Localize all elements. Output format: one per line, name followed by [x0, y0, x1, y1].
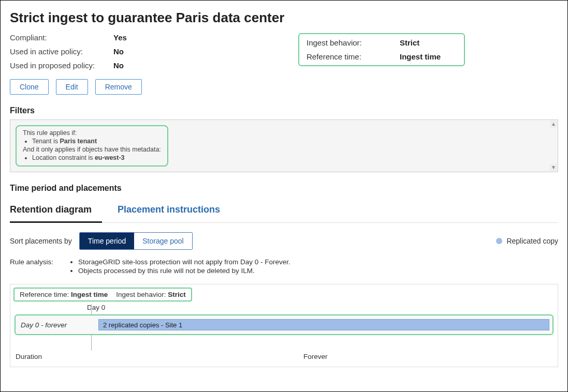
filters-box: ▲ ▼ This rule applies if: Tenant is Pari…: [10, 119, 558, 172]
meta-left-grid: Compliant: Yes Used in active policy: No…: [10, 33, 176, 70]
tab-placement-instructions[interactable]: Placement instructions: [118, 198, 230, 222]
meta-section: Compliant: Yes Used in active policy: No…: [10, 33, 558, 70]
sort-storage-pool[interactable]: Storage pool: [134, 233, 192, 249]
compliant-label: Compliant:: [10, 33, 113, 42]
sort-segmented: Time period Storage pool: [79, 232, 193, 250]
reference-time-value: Ingest time: [400, 52, 457, 61]
legend: Replicated copy: [496, 237, 558, 245]
filter-bullet-2: Location constraint is eu-west-3: [32, 154, 161, 161]
meta-right-box: Ingest behavior: Strict Reference time: …: [298, 33, 465, 66]
filter-line-1: This rule applies if:: [23, 129, 161, 137]
duration-value: Forever: [303, 353, 328, 360]
rule-analysis-label: Rule analysis:: [10, 258, 53, 276]
ingest-behavior-value: Strict: [400, 38, 457, 47]
timeline-area: Day 0 - forever 2 replicated copies - Si…: [14, 314, 554, 348]
proposed-policy-value: No: [113, 61, 176, 70]
clone-button[interactable]: Clone: [10, 79, 49, 95]
rule-analysis: Rule analysis: StorageGRID site-loss pro…: [10, 258, 558, 276]
rule-analysis-item: Objects processed by this rule will not …: [78, 267, 290, 275]
placement-bar: 2 replicated copies - Site 1: [98, 319, 549, 330]
duration-row: Duration Forever: [10, 348, 558, 367]
placements-title: Time period and placements: [10, 184, 558, 193]
action-buttons: Clone Edit Remove: [10, 79, 558, 95]
duration-label: Duration: [16, 353, 303, 360]
active-policy-label: Used in active policy:: [10, 47, 113, 56]
placement-bar-outer: 2 replicated copies - Site 1: [98, 319, 549, 330]
compliant-value: Yes: [113, 33, 176, 42]
active-policy-value: No: [113, 47, 176, 56]
filters-content: This rule applies if: Tenant is Paris te…: [16, 125, 168, 167]
sort-time-period[interactable]: Time period: [80, 233, 134, 249]
scroll-down-icon[interactable]: ▼: [550, 164, 557, 171]
retention-diagram: Reference time: Ingest time Ingest behav…: [10, 284, 558, 367]
legend-label: Replicated copy: [506, 237, 558, 245]
edit-button[interactable]: Edit: [56, 79, 88, 95]
period-label: Day 0 - forever: [16, 321, 98, 329]
proposed-policy-label: Used in proposed policy:: [10, 61, 113, 70]
diagram-ref-bar: Reference time: Ingest time Ingest behav…: [13, 288, 192, 301]
tab-retention-diagram[interactable]: Retention diagram: [10, 198, 102, 223]
filter-bullet-1: Tenant is Paris tenant: [32, 138, 161, 145]
period-row: Day 0 - forever 2 replicated copies - Si…: [14, 314, 554, 335]
tabs: Retention diagram Placement instructions: [10, 198, 558, 223]
rule-analysis-list: StorageGRID site-loss protection will no…: [69, 258, 290, 276]
page-title: Strict ingest to guarantee Paris data ce…: [10, 10, 558, 26]
filter-line-2: And it only applies if objects have this…: [23, 146, 161, 153]
rule-analysis-item: StorageGRID site-loss protection will no…: [78, 258, 290, 266]
remove-button[interactable]: Remove: [95, 79, 142, 95]
legend-dot-icon: [496, 238, 502, 244]
sort-row: Sort placements by Time period Storage p…: [10, 232, 558, 250]
day-0-label: Day 0: [87, 304, 558, 311]
reference-time-label: Reference time:: [307, 52, 400, 61]
ingest-behavior-label: Ingest behavior:: [307, 38, 400, 47]
scroll-up-icon[interactable]: ▲: [550, 120, 557, 128]
sort-label: Sort placements by: [10, 237, 72, 245]
filters-title: Filters: [10, 106, 558, 115]
